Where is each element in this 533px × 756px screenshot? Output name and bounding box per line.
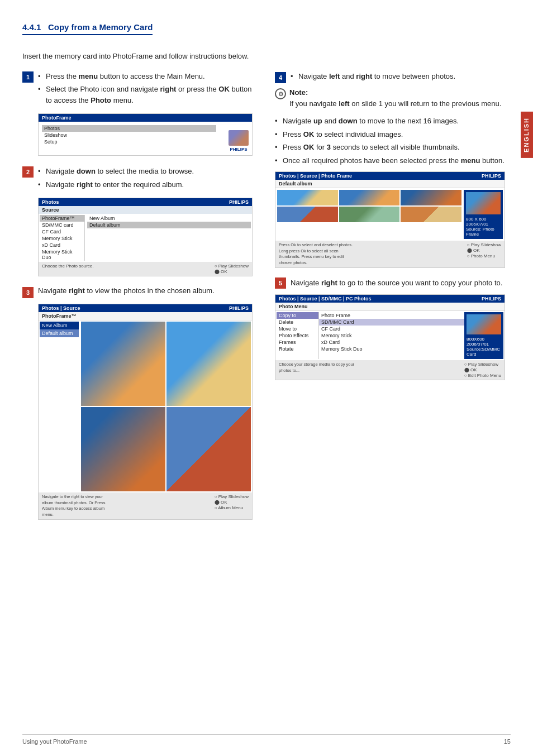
step-4-block: 4 Navigate left and right to move betwee… xyxy=(275,71,505,269)
screen-3-album-list: New Album Default album xyxy=(40,322,79,491)
step-4-bullet-1: Navigate left and right to move between … xyxy=(291,71,505,82)
screen-5-sub-xd: xD Card xyxy=(319,339,464,346)
footer-left: Using yout PhotoFrame xyxy=(22,738,87,745)
s4-t1 xyxy=(277,190,338,205)
screen-3-source: PhotoFrame™ xyxy=(39,312,252,320)
screen-5-header: Photos | Source | SD/MMC | PC Photos PHI… xyxy=(275,295,505,303)
screen-5-body: Copy to Delete Move to Photo Effects Fra… xyxy=(275,311,505,360)
step-2-block: 2 Navigate down to select the media to b… xyxy=(22,166,253,276)
screen-2-msduo: Memory Stick Duo xyxy=(40,248,84,261)
thumb-4 xyxy=(166,407,251,491)
screen-4-footer-text: Press Ok to select and deselect photos. … xyxy=(279,242,357,266)
intro-text: Insert the memory card into PhotoFrame a… xyxy=(22,51,505,62)
screen-5-preview xyxy=(467,314,501,334)
step-3-block: 3 Navigate right to view the photos in t… xyxy=(22,286,253,520)
note-icon: ⊖ xyxy=(275,88,286,99)
screen-2-opt-slideshow: ○ Play Slideshow xyxy=(215,264,249,269)
screen-1-philips-logo: PHILIPS xyxy=(229,130,249,152)
screen-3-footer-text: Navigate to the right to view your album… xyxy=(42,494,115,518)
screen-4-info-text: 800 X 6002006/07/01Source: Photo Frame xyxy=(466,217,501,237)
step-4-badge: 4 xyxy=(275,72,286,83)
screen-4-header: Photos | Source | Photo Frame PHILIPS xyxy=(275,172,505,180)
screen-5-info-text: 800X6002006/07/01Source:SD/MMC Card xyxy=(467,337,501,357)
screen-3-header-left: Photos | Source xyxy=(42,305,80,311)
step-2-bullet-1: Navigate down to select the media to bro… xyxy=(38,166,253,177)
screen-5-effects: Photo Effects xyxy=(277,332,318,339)
screen-2-body: PhotoFrame™ SD/MMC card CF Card Memory S… xyxy=(39,214,252,262)
step-4-sub-bullets: Navigate up and down to move to the next… xyxy=(275,116,505,166)
screen-1-menu: Photos Slideshow Setup xyxy=(42,125,216,152)
screen-2-options: ○ Play Slideshow ⬤ OK xyxy=(215,264,249,274)
step-4-sub-4: Once all required photos have been selec… xyxy=(275,155,505,166)
screen-2-footer: Choose the Photo source. ○ Play Slidesho… xyxy=(39,262,252,276)
step-1-block: 1 Press the menu button to access the Ma… xyxy=(22,71,253,156)
step-4-sub-3: Press OK for 3 seconds to select all vis… xyxy=(275,142,505,153)
screen-3-thumbs xyxy=(81,322,251,491)
screen-5-copyto: Copy to xyxy=(277,312,318,319)
screen-5-moveto: Move to xyxy=(277,326,318,332)
step-1-bullet-1: Press the menu button to access the Main… xyxy=(38,71,253,82)
screen-2-photoframe: PhotoFrame™ xyxy=(40,215,84,222)
screen-2-menu-container: PhotoFrame™ SD/MMC card CF Card Memory S… xyxy=(40,215,251,261)
screen-4-footer-inner: Press Ok to select and deselect photos. … xyxy=(279,242,501,266)
screen-1-setup: Setup xyxy=(42,138,216,145)
step-4-header: 4 Navigate left and right to move betwee… xyxy=(275,71,505,84)
screen-2-cf: CF Card xyxy=(40,228,84,235)
screen-4-thumbs-grid xyxy=(277,190,461,222)
screen-5-philips: PHILIPS xyxy=(482,296,501,302)
screen-1-image-thumb xyxy=(229,130,249,146)
screen-2-album-list: New Album Default album xyxy=(84,215,251,261)
s4-t6 xyxy=(401,207,461,222)
screen-4-footer: Press Ok to select and deselect photos. … xyxy=(275,241,505,267)
screen-3-new-album: New Album xyxy=(40,322,79,329)
screen-5: Photos | Source | SD/MMC | PC Photos PHI… xyxy=(275,294,505,380)
step-1-content: Press the menu button to access the Main… xyxy=(38,71,253,108)
step-5-text: Navigate right to go to the source you w… xyxy=(291,279,502,287)
screen-3-opt-album: ○ Album Menu xyxy=(215,505,249,510)
screen-1-photos: Photos xyxy=(42,125,216,132)
screen-2-header-left: Photos xyxy=(42,199,59,205)
screen-4-info: 800 X 6002006/07/01Source: Photo Frame xyxy=(464,190,503,239)
screen-1-body: Photos Slideshow Setup PHILIPS xyxy=(39,122,252,155)
screen-2-footer-text: Choose the Photo source. xyxy=(42,264,94,274)
screen-3-default-album: Default album xyxy=(40,329,79,337)
step-3-text: Navigate right to view the photos in the… xyxy=(38,286,215,295)
step-5-block: 5 Navigate right to go to the source you… xyxy=(275,277,505,380)
screen-3-options: ○ Play Slideshow ⬤ OK ○ Album Menu xyxy=(215,494,249,518)
step-2-bullets: Navigate down to select the media to bro… xyxy=(38,166,253,190)
screen-3-philips: PHILIPS xyxy=(229,305,249,311)
section-heading: 4.4.1 Copy from a Memory Card xyxy=(22,22,153,35)
screen-4-album-label: Default album xyxy=(275,180,505,188)
step-5-header: 5 Navigate right to go to the source you… xyxy=(275,277,505,289)
screen-4-header-left: Photos | Source | Photo Frame xyxy=(279,173,352,179)
screen-5-sub-photoframe: Photo Frame xyxy=(319,312,464,319)
screen-4-body: 800 X 6002006/07/01Source: Photo Frame xyxy=(275,188,505,241)
screen-2-opt-ok: ⬤ OK xyxy=(215,269,249,274)
screen-5-delete: Delete xyxy=(277,319,318,326)
section-title: Copy from a Memory Card xyxy=(48,22,153,32)
thumb-3 xyxy=(81,407,165,491)
s4-t2 xyxy=(339,190,400,205)
screen-1-title: PhotoFrame xyxy=(42,115,72,121)
screen-2-newalbum: New Album xyxy=(87,215,251,222)
screen-5-header-left: Photos | Source | SD/MMC | PC Photos xyxy=(279,296,372,302)
screen-4: Photos | Source | Photo Frame PHILIPS De… xyxy=(275,171,505,268)
s4-t4 xyxy=(277,207,338,222)
screen-4-photo-grid xyxy=(277,190,461,239)
screen-3-body: New Album Default album xyxy=(39,320,252,492)
screen-3-opt-ok: ⬤ OK xyxy=(215,500,249,505)
screen-5-footer: Choose your storage media to copy your p… xyxy=(275,360,505,380)
footer-right: 15 xyxy=(504,738,511,745)
screen-5-sub-ms: Memory Stick xyxy=(319,332,464,339)
screen-2-source-list: PhotoFrame™ SD/MMC card CF Card Memory S… xyxy=(40,215,84,261)
s4-t3 xyxy=(401,190,461,205)
step-4-sub-1: Navigate up and down to move to the next… xyxy=(275,116,505,127)
screen-4-options: ○ Play Slideshow ⬤ OK ○ Photo Menu xyxy=(467,242,501,266)
note-box: ⊖ Note: If you navigate left on slide 1 … xyxy=(275,87,505,109)
screen-5-rotate: Rotate xyxy=(277,346,318,352)
left-column: 1 Press the menu button to access the Ma… xyxy=(22,71,253,530)
screen-5-opt-menu: ○ Edit Photo Menu xyxy=(464,373,501,378)
screen-3-header: Photos | Source PHILIPS xyxy=(39,304,252,312)
right-column: 4 Navigate left and right to move betwee… xyxy=(275,71,505,530)
screen-2-memorystick: Memory Stick xyxy=(40,235,84,242)
